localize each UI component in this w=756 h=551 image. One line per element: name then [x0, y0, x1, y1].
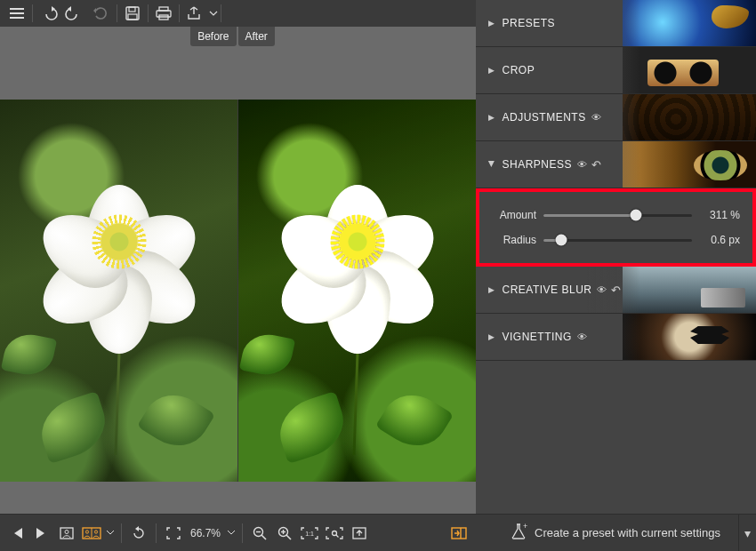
section-title: ADJUSTMENTS: [503, 111, 586, 124]
svg-text:+: +: [523, 522, 527, 531]
fit-screen-button[interactable]: [323, 521, 346, 546]
expand-icon: ▶: [488, 285, 495, 294]
svg-line-18: [286, 535, 291, 539]
save-button[interactable]: [119, 2, 146, 25]
undo-button[interactable]: [35, 2, 61, 25]
section-presets[interactable]: ▶ PRESETS: [476, 0, 756, 47]
before-label: Before: [190, 27, 236, 46]
redo-button[interactable]: [61, 2, 88, 25]
svg-point-22: [333, 531, 337, 535]
section-thumbnail: [623, 267, 756, 313]
single-view-button[interactable]: [55, 521, 78, 546]
compare-dropdown[interactable]: [105, 521, 116, 546]
section-crop[interactable]: ▶ CROP: [476, 47, 756, 94]
create-preset-label: Create a preset with current settings: [535, 526, 720, 539]
bottom-toolbar: 66.7% 1:1: [0, 514, 476, 551]
radius-label: Radius: [492, 234, 536, 246]
section-title: PRESETS: [503, 17, 556, 29]
create-preset-dropdown[interactable]: ▾: [738, 515, 756, 551]
radius-row: Radius 0.6 px: [492, 228, 740, 252]
svg-rect-2: [128, 14, 137, 20]
section-thumbnail: [623, 47, 756, 93]
section-creative-blur[interactable]: ▶ CREATIVE BLUR 👁 ↶: [476, 267, 756, 314]
svg-line-23: [336, 535, 339, 538]
svg-point-13: [94, 530, 97, 532]
section-adjustments[interactable]: ▶ ADJUSTMENTS 👁: [476, 94, 756, 141]
zoom-in-button[interactable]: [273, 521, 296, 546]
after-label: After: [238, 27, 275, 46]
svg-line-15: [261, 535, 266, 539]
fit-corners-button[interactable]: [162, 521, 185, 546]
actual-pixels-button[interactable]: 1:1: [298, 521, 321, 546]
section-title: CREATIVE BLUR: [503, 283, 592, 296]
section-title: CROP: [503, 64, 535, 76]
amount-label: Amount: [492, 209, 536, 221]
eye-icon[interactable]: 👁: [591, 112, 602, 123]
section-title: VIGNETTING: [503, 331, 572, 343]
section-thumbnail: [623, 141, 756, 188]
first-image-button[interactable]: [5, 521, 28, 546]
amount-slider[interactable]: [543, 209, 692, 221]
svg-point-9: [65, 530, 68, 533]
print-button[interactable]: [150, 2, 177, 25]
compare-view-button[interactable]: [80, 521, 103, 546]
collapse-icon: ▶: [487, 161, 496, 168]
svg-text:1:1: 1:1: [305, 531, 314, 537]
section-sharpness[interactable]: ▶ SHARPNESS 👁 ↶: [476, 141, 756, 188]
amount-row: Amount 311 %: [492, 203, 740, 228]
expand-icon: ▶: [488, 332, 495, 341]
zoom-out-button[interactable]: [248, 521, 271, 546]
radius-value: 0.6 px: [697, 234, 740, 246]
reset-icon[interactable]: ↶: [591, 158, 602, 172]
before-pane[interactable]: [0, 100, 237, 482]
after-pane[interactable]: [237, 100, 476, 482]
menu-button[interactable]: [4, 2, 30, 25]
section-thumbnail: [623, 314, 756, 360]
repeat-button[interactable]: [88, 2, 115, 25]
zoom-dropdown[interactable]: [226, 521, 237, 546]
amount-value: 311 %: [697, 209, 740, 221]
eye-icon[interactable]: 👁: [577, 331, 588, 342]
last-image-button[interactable]: [30, 521, 53, 546]
share-dropdown[interactable]: [208, 2, 219, 25]
radius-slider[interactable]: [543, 234, 692, 246]
flask-icon: +: [511, 523, 526, 542]
svg-rect-1: [129, 7, 135, 12]
section-thumbnail: [623, 94, 756, 140]
eye-icon[interactable]: 👁: [577, 159, 588, 170]
section-vignetting[interactable]: ▶ VIGNETTING 👁: [476, 314, 756, 361]
reset-icon[interactable]: ↶: [611, 283, 622, 297]
zoom-value: 66.7%: [187, 527, 224, 539]
navigator-open-button[interactable]: [348, 521, 371, 546]
right-panel: ▶ PRESETS ▶ CROP ▶ ADJUSTMENTS 👁 ▶ SHARP…: [476, 0, 756, 551]
section-title: SHARPNESS: [503, 158, 573, 171]
expand-icon: ▶: [488, 66, 495, 75]
panel-toggle-button[interactable]: [447, 521, 470, 546]
expand-icon: ▶: [488, 19, 495, 28]
sharpness-controls: Amount 311 % Radius 0.6 px: [476, 188, 756, 267]
svg-point-12: [85, 530, 88, 532]
rotate-button[interactable]: [127, 521, 150, 546]
expand-icon: ▶: [488, 113, 495, 122]
eye-icon[interactable]: 👁: [597, 284, 607, 295]
create-preset-button[interactable]: + Create a preset with current settings …: [476, 514, 756, 551]
image-compare-area: Before After: [0, 27, 476, 514]
section-thumbnail: [623, 0, 756, 46]
share-button[interactable]: [181, 2, 208, 25]
